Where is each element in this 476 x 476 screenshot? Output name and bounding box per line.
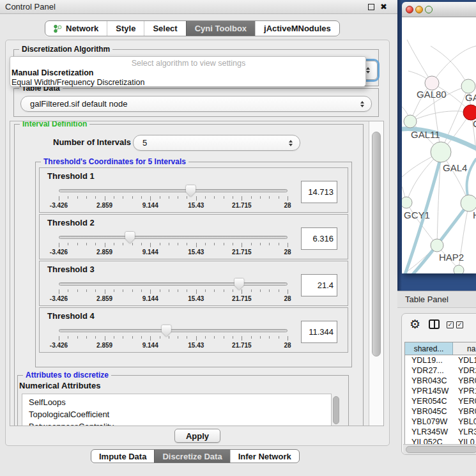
slider-tick bbox=[187, 336, 187, 339]
node-gal4[interactable] bbox=[431, 142, 451, 162]
table-data-group: Table Data galFiltered.sif default node bbox=[13, 88, 379, 117]
slider-tick bbox=[279, 196, 279, 199]
slider-tick bbox=[169, 196, 169, 199]
slider-tick-label: 15.43 bbox=[188, 249, 204, 256]
slider-tick-label: -3.426 bbox=[50, 295, 68, 302]
slider-thumb[interactable] bbox=[125, 232, 135, 243]
scrollpane-scrollbar-thumb[interactable] bbox=[372, 132, 381, 357]
control-panel-titlebar: Control Panel ✖ bbox=[0, 0, 397, 14]
number-of-intervals-spinner[interactable]: 5 bbox=[133, 135, 300, 151]
table-row[interactable]: YER054C YER0 bbox=[405, 396, 476, 406]
table-row[interactable]: YDR27... YDR2 bbox=[405, 365, 476, 376]
slider-tick-label: 2.859 bbox=[96, 342, 112, 349]
spinner-arrows-icon[interactable] bbox=[289, 140, 293, 146]
slider-track[interactable] bbox=[59, 282, 288, 286]
table-horizontal-scrollbar-track[interactable] bbox=[403, 444, 476, 454]
slider-tick bbox=[132, 336, 133, 339]
table-row[interactable]: YIL052C YIL0 bbox=[405, 437, 476, 444]
scrollpane-scrollbar-track[interactable] bbox=[369, 121, 383, 426]
slider-tick bbox=[187, 243, 187, 245]
table-horizontal-scrollbar-thumb[interactable] bbox=[406, 446, 476, 453]
tab-infer-network[interactable]: Infer Network bbox=[230, 450, 299, 463]
number-of-intervals-label: Number of Intervals bbox=[53, 137, 131, 147]
slider-track[interactable] bbox=[59, 236, 288, 239]
tab-jactivemnodules[interactable]: jActiveMNodules bbox=[255, 21, 339, 36]
slider-tick-label: 21.715 bbox=[232, 249, 252, 256]
slider-ticks bbox=[59, 289, 288, 295]
node-gal11[interactable] bbox=[404, 115, 417, 128]
table-rows: YDL19... YDL1 YDR27... YDR2 YBR043C YBR0… bbox=[404, 355, 476, 444]
tab-style[interactable]: Style bbox=[107, 21, 144, 36]
table-data-combobox[interactable]: galFiltered.sif default node bbox=[20, 96, 372, 112]
slider-tick bbox=[169, 336, 169, 339]
column-header-shared-name[interactable]: shared... bbox=[405, 342, 453, 355]
tab-discretize-data[interactable]: Discretize Data bbox=[154, 450, 229, 463]
slider-tick bbox=[105, 289, 105, 294]
dropdown-option-manual-discretization[interactable]: Manual Discretization bbox=[10, 68, 365, 78]
slider-tick bbox=[260, 243, 261, 245]
discretization-algorithm-group-title: Discretization Algorithm bbox=[19, 45, 112, 54]
slider-thumb[interactable] bbox=[234, 279, 244, 290]
apply-button[interactable]: Apply bbox=[174, 429, 220, 443]
float-window-icon[interactable] bbox=[368, 4, 374, 10]
minimize-traffic-light[interactable] bbox=[415, 6, 423, 13]
checkbox-icon-1[interactable]: ✓ bbox=[447, 321, 454, 328]
slider-thumb[interactable] bbox=[186, 185, 196, 197]
table-row[interactable]: YBR043C YBR0 bbox=[405, 376, 476, 386]
slider-tick-label: 28 bbox=[284, 342, 291, 349]
node-gcy1[interactable] bbox=[402, 197, 412, 208]
network-window-titlebar[interactable] bbox=[402, 2, 476, 17]
close-icon[interactable]: ✖ bbox=[380, 1, 387, 13]
node-partial-top-right[interactable] bbox=[461, 79, 475, 93]
table-row[interactable]: YPR145W YPR1 bbox=[405, 386, 476, 396]
slider-track[interactable] bbox=[59, 329, 288, 332]
tab-cyni-toolbox[interactable]: Cyni Toolbox bbox=[186, 21, 255, 36]
threshold-value-field[interactable]: 21.4 bbox=[301, 274, 337, 296]
table-panel-body: ⚙ ✓ ✓ shared... na YDL19... YDL1 YDR27..… bbox=[397, 308, 476, 476]
gear-icon[interactable]: ⚙ bbox=[410, 317, 420, 332]
close-traffic-light[interactable] bbox=[406, 6, 413, 13]
split-columns-icon[interactable] bbox=[429, 319, 440, 329]
combo-arrows-icon[interactable] bbox=[360, 101, 364, 107]
attribute-list-item[interactable]: SelfLoops bbox=[22, 396, 331, 408]
attributes-list-scrollbar-thumb[interactable] bbox=[333, 396, 339, 424]
slider-tick bbox=[269, 336, 270, 339]
node-partial-bottom[interactable] bbox=[454, 265, 464, 273]
slider-tick bbox=[260, 336, 261, 339]
combo-arrows-icon[interactable] bbox=[366, 67, 370, 73]
slider-tick bbox=[114, 289, 114, 292]
node-hap2[interactable] bbox=[431, 239, 443, 252]
node-gal80[interactable] bbox=[425, 76, 439, 90]
tab-select[interactable]: Select bbox=[144, 21, 185, 36]
tab-impute-data[interactable]: Impute Data bbox=[91, 450, 154, 463]
slider-tick bbox=[77, 196, 78, 199]
slider-thumb[interactable] bbox=[162, 325, 171, 337]
node-attribute-table: shared... na YDL19... YDL1 YDR27... YDR2… bbox=[404, 342, 476, 444]
slider-tick bbox=[178, 336, 178, 339]
table-row[interactable]: YBR045C YBR0 bbox=[405, 406, 476, 417]
attribute-list-item[interactable]: TopologicalCoefficient bbox=[22, 408, 331, 420]
network-canvas[interactable]: GAL80 GA C GAL11 GAL4 GCY1 H HAP2 bbox=[402, 17, 476, 273]
tab-network[interactable]: Network bbox=[45, 21, 107, 36]
slider-tick-labels: -3.4262.8599.14415.4321.71528 bbox=[59, 202, 288, 210]
threshold-value-field[interactable]: 11.344 bbox=[301, 321, 337, 343]
threshold-value-field[interactable]: 6.316 bbox=[301, 227, 337, 250]
bottom-tab-bar: Impute Data Discretize Data Infer Networ… bbox=[91, 449, 300, 463]
attribute-list-item[interactable]: BetweennessCentrality bbox=[22, 420, 331, 426]
table-row[interactable]: YDL19... YDL1 bbox=[405, 355, 476, 365]
slider-tick bbox=[77, 289, 78, 292]
slider-tick bbox=[178, 243, 178, 245]
column-header-name[interactable]: na bbox=[453, 342, 476, 355]
dropdown-option-equal-width[interactable]: Equal Width/Frequency Discretization bbox=[10, 78, 365, 88]
threshold-block: Threshold 4 -3.4262.8599.14415.4321.7152… bbox=[39, 307, 348, 353]
cell-name: YDL1 bbox=[453, 356, 476, 365]
threshold-value-field[interactable]: 14.713 bbox=[301, 181, 337, 203]
slider-tick bbox=[196, 289, 197, 294]
checkbox-icon-2[interactable]: ✓ bbox=[456, 321, 463, 328]
table-row[interactable]: YBL079W YBL0 bbox=[405, 417, 476, 427]
slider-track[interactable] bbox=[59, 189, 288, 192]
slider-tick bbox=[132, 243, 133, 245]
table-row[interactable]: YLR345W YLR3 bbox=[405, 427, 476, 437]
zoom-traffic-light[interactable] bbox=[425, 6, 433, 13]
number-of-intervals-value: 5 bbox=[142, 138, 147, 148]
